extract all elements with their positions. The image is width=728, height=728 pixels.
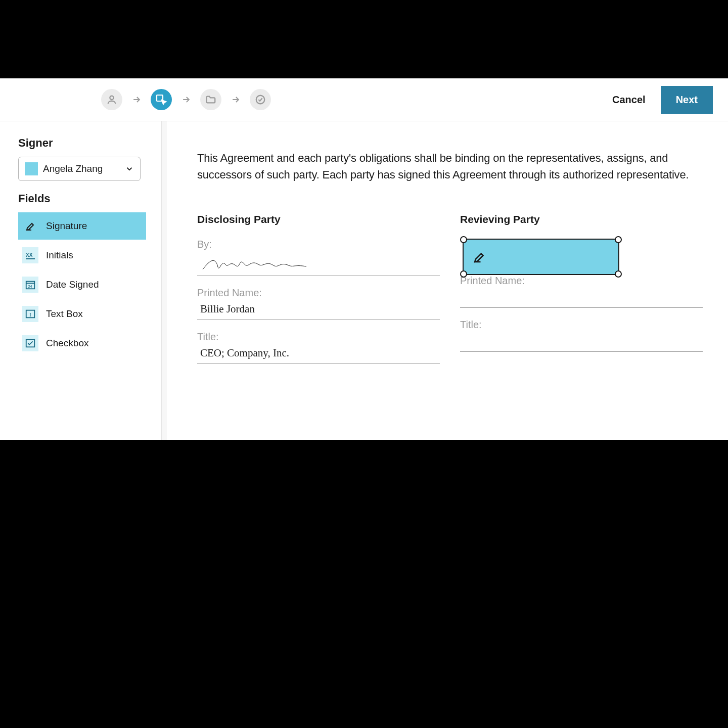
svg-point-0 bbox=[110, 96, 113, 100]
app-window: Cancel Next Signer Angela Zhang Fields S… bbox=[0, 78, 546, 440]
title-label: Title: bbox=[197, 331, 440, 343]
signer-heading: Signer bbox=[18, 136, 146, 150]
fields-list: Signature XX Initials 24 Date Signed bbox=[18, 212, 146, 357]
field-item-checkbox[interactable]: Checkbox bbox=[18, 330, 146, 357]
disclosing-party: Disclosing Party By: Printed Name: Billi… bbox=[197, 213, 440, 375]
field-label: Checkbox bbox=[46, 338, 89, 349]
calendar-icon: 24 bbox=[22, 277, 38, 293]
progress-steps bbox=[101, 89, 271, 110]
signature-line bbox=[197, 252, 440, 276]
body: Signer Angela Zhang Fields Signature XX bbox=[0, 121, 546, 440]
step-signers[interactable] bbox=[101, 89, 122, 110]
field-item-signature[interactable]: Signature bbox=[18, 212, 146, 240]
field-label: Date Signed bbox=[46, 279, 99, 290]
svg-text:XX: XX bbox=[26, 252, 33, 258]
printed-name-label: Printed Name: bbox=[197, 287, 440, 299]
title-label: Title: bbox=[460, 319, 546, 331]
by-label: By: bbox=[197, 239, 440, 250]
field-item-text-box[interactable]: I Text Box bbox=[18, 300, 146, 328]
step-place-fields[interactable] bbox=[151, 89, 172, 110]
resize-handle-tl[interactable] bbox=[460, 236, 467, 243]
signer-dropdown[interactable]: Angela Zhang bbox=[18, 157, 141, 181]
parties: Disclosing Party By: Printed Name: Billi… bbox=[197, 213, 546, 375]
field-item-date-signed[interactable]: 24 Date Signed bbox=[18, 271, 146, 298]
arrow-right-icon bbox=[131, 95, 142, 105]
cursor-box-icon bbox=[155, 94, 167, 106]
printed-name-value: Billie Jordan bbox=[200, 303, 255, 315]
signer-color-swatch bbox=[25, 162, 38, 175]
textbox-icon: I bbox=[22, 306, 38, 322]
arrow-right-icon bbox=[231, 95, 241, 105]
signature-icon bbox=[22, 218, 38, 234]
field-item-initials[interactable]: XX Initials bbox=[18, 242, 146, 269]
receiving-party-title: Revieving Party bbox=[460, 213, 546, 225]
title-value: CEO; Company, Inc. bbox=[200, 347, 289, 359]
printed-name-label: Printed Name: bbox=[460, 275, 546, 287]
header: Cancel Next bbox=[0, 78, 546, 121]
chevron-down-icon bbox=[125, 164, 134, 173]
title-line: CEO; Company, Inc. bbox=[197, 345, 440, 364]
signature-scribble-icon bbox=[200, 254, 332, 274]
check-circle-icon bbox=[255, 94, 266, 105]
agreement-paragraph: This Agreement and each party's obligati… bbox=[197, 150, 546, 183]
printed-name-line bbox=[460, 289, 546, 308]
signature-icon bbox=[472, 249, 487, 264]
document-canvas[interactable]: This Agreement and each party's obligati… bbox=[167, 121, 546, 440]
receiving-party: Revieving Party Printed Name: Title: bbox=[460, 213, 546, 375]
step-review[interactable] bbox=[200, 89, 221, 110]
disclosing-party-title: Disclosing Party bbox=[197, 213, 440, 225]
folder-icon bbox=[205, 94, 216, 105]
checkbox-icon bbox=[22, 335, 38, 351]
title-line bbox=[460, 333, 546, 352]
svg-text:I: I bbox=[29, 311, 31, 317]
sidebar: Signer Angela Zhang Fields Signature XX bbox=[0, 121, 162, 440]
field-label: Signature bbox=[46, 220, 87, 232]
step-send[interactable] bbox=[250, 89, 271, 110]
field-label: Initials bbox=[46, 250, 73, 261]
fields-heading: Fields bbox=[18, 192, 146, 205]
field-label: Text Box bbox=[46, 308, 83, 320]
printed-name-line: Billie Jordan bbox=[197, 301, 440, 320]
signer-selected-name: Angela Zhang bbox=[43, 163, 120, 174]
person-icon bbox=[106, 94, 117, 105]
resize-handle-bl[interactable] bbox=[460, 270, 467, 278]
initials-icon: XX bbox=[22, 247, 38, 263]
arrow-right-icon bbox=[181, 95, 191, 105]
placed-signature-field[interactable] bbox=[463, 239, 546, 275]
svg-text:24: 24 bbox=[28, 284, 32, 289]
